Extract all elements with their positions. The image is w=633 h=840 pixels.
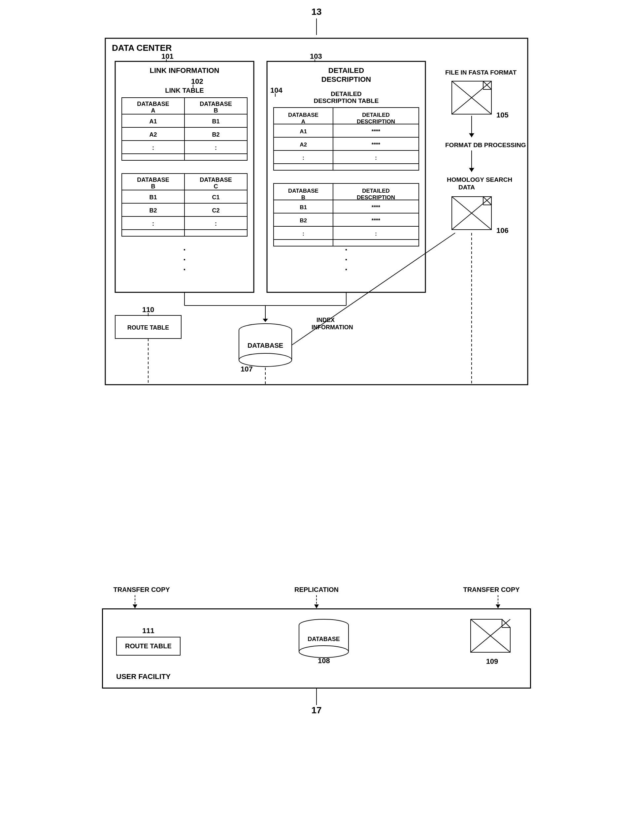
user-facility-label: USER FACILITY [116,673,517,681]
svg-text:·: · [183,264,186,275]
route-table-110-label: ROUTE TABLE [127,324,169,331]
file-icon-109 [467,616,517,655]
node-103-number: 103 [310,52,322,60]
node-101-number: 101 [161,52,174,60]
top-number: 13 [311,6,321,17]
file-fasta-label: FILE IN FASTA FORMAT [445,69,516,76]
dt1-r2-c1: A2 [300,142,307,148]
svg-marker-72 [314,605,319,608]
dt2-r1-c1: B1 [300,204,307,210]
lt1-r1-c2: B1 [212,118,220,125]
svg-marker-49 [469,168,474,172]
detail-desc-table-label: DETAILED [331,90,362,97]
dt1-r3-c1: : [302,155,304,161]
dt1-r1-c1: A1 [300,128,307,134]
detail-dots: · [345,245,348,255]
dt1-r3-c2: : [375,155,377,161]
node-111-number: 111 [142,627,155,635]
svg-text:·: · [345,254,348,265]
db-108-label: DATABASE [308,636,340,643]
svg-text:A: A [151,107,155,114]
dt2-col1-hdr: DATABASE [288,188,318,194]
homology-search-label: HOMOLOGY SEARCH [447,176,512,183]
lt2-col2-hdr: DATABASE [200,177,232,183]
bottom-connector-line [316,688,317,705]
db-107-label: DATABASE [247,342,283,349]
dt1-r2-c2: **** [372,142,381,148]
dt2-r2-c2: **** [372,218,381,224]
diagram-root: 13 DATA CENTER 101 LINK INFORMATION 102 … [85,6,548,715]
svg-text:B: B [151,183,155,190]
lt1-col1-hdr: DATABASE [137,101,169,107]
format-db-label: FORMAT DB PROCESSING [445,142,526,148]
node-108-number: 108 [318,657,330,665]
bottom-number: 17 [311,705,321,715]
db-108-container: DATABASE 108 [294,617,353,665]
svg-text:A: A [301,118,305,125]
link-info-title: LINK INFORMATION [149,66,219,74]
lt2-r3-c1: : [152,220,154,227]
svg-text:B: B [214,107,218,114]
svg-text:B: B [301,194,305,201]
svg-text:DESCRIPTION: DESCRIPTION [321,75,371,84]
svg-marker-59 [263,319,268,322]
transfer-copy-label-2: TRANSFER COPY [459,586,524,594]
dt2-r2-c1: B2 [300,218,307,224]
node-109-number: 109 [486,657,498,666]
user-facility-inner: 111 ROUTE TABLE DATABASE 108 [116,616,517,666]
lt1-r1-c1: A1 [149,118,157,125]
lt1-r3-c2: : [215,145,217,151]
svg-text:DESCRIPTION TABLE: DESCRIPTION TABLE [313,97,378,104]
node-105-number: 105 [496,111,509,119]
lt2-r2-c2: C2 [212,207,220,214]
lt1-r3-c1: : [152,145,154,151]
node-104-number: 104 [270,86,283,94]
svg-text:·: · [183,254,186,265]
svg-text:DESCRIPTION: DESCRIPTION [357,194,395,201]
lt1-r2-c2: B2 [212,131,220,138]
svg-marker-47 [469,133,474,137]
svg-marker-74 [496,605,500,608]
dt2-col2-hdr: DETAILED [362,188,390,194]
dt1-col2-hdr: DETAILED [362,112,390,118]
replication-label: REPLICATION [283,586,350,594]
node-109-container: 109 [467,616,517,666]
dt2-r1-c2: **** [372,204,381,210]
svg-text:·: · [345,264,348,275]
user-facility-box: 111 ROUTE TABLE DATABASE 108 [102,608,531,688]
lt2-r1-c1: B1 [149,194,157,201]
main-diagram: DATA CENTER 101 LINK INFORMATION 102 LIN… [102,35,531,596]
svg-text:C: C [214,183,218,190]
arrows-row [102,595,531,608]
lt1-r2-c1: A2 [149,131,157,138]
dt2-r3-c1: : [302,231,304,237]
svg-text:DESCRIPTION: DESCRIPTION [357,118,395,125]
svg-marker-70 [133,605,137,608]
data-center-label: DATA CENTER [112,43,172,53]
lt2-col1-hdr: DATABASE [137,177,169,183]
lt2-r1-c2: C1 [212,194,220,201]
top-connector-line [316,19,317,35]
dt1-col1-hdr: DATABASE [288,112,318,118]
transfer-copy-label-1: TRANSFER COPY [109,586,174,594]
svg-text:DATA: DATA [459,184,475,191]
route-table-111-container: 111 ROUTE TABLE [116,627,180,655]
svg-line-65 [292,233,455,345]
node-110-number: 110 [142,306,155,314]
dt2-r3-c2: : [375,231,377,237]
transfer-labels-row: TRANSFER COPY REPLICATION TRANSFER COPY [102,586,531,594]
route-table-111-box: ROUTE TABLE [116,637,180,655]
lt1-col2-hdr: DATABASE [200,101,232,107]
detail-desc-title: DETAILED [328,66,364,74]
lt2-r3-c2: : [215,220,217,227]
dt1-r1-c2: **** [372,128,381,134]
db-107-bottom [239,353,292,366]
link-table-label: LINK TABLE [165,87,204,94]
link-info-dots: · [183,245,186,255]
node-107-number: 107 [241,365,253,373]
node-102-number: 102 [191,77,203,85]
node-106-number: 106 [496,226,509,235]
db-108-bottom [299,646,348,658]
lt2-r2-c1: B2 [149,207,157,214]
